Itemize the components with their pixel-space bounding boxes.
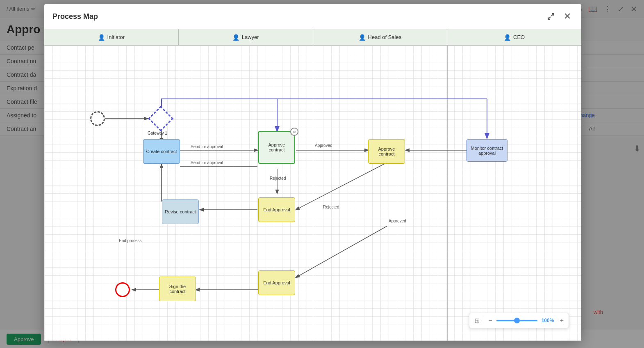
timer-icon: ⏱ (290, 128, 298, 136)
end-approval-1-task[interactable]: End Approval (258, 197, 295, 222)
zoom-value-label: 100% (542, 318, 556, 323)
svg-line-11 (296, 163, 387, 210)
gateway-1-label: Gateway 1 (148, 131, 167, 135)
lane-initiator: 👤 Initiator (44, 29, 179, 45)
modal-header: Process Map ✕ (44, 4, 581, 29)
initiator-person-icon: 👤 (98, 34, 105, 41)
grid-icon[interactable]: ⊞ (474, 317, 480, 325)
swim-lanes-header: 👤 Initiator 👤 Lawyer 👤 Head of Sales 👤 C… (44, 29, 581, 46)
modal-actions: ✕ (545, 11, 573, 22)
zoom-toolbar: ⊞ − 100% + (469, 313, 569, 328)
process-map-modal: Process Map ✕ 👤 Initiator 👤 (44, 4, 581, 341)
hos-person-icon: 👤 (359, 34, 366, 41)
initiator-label: Initiator (107, 34, 125, 40)
process-canvas: 👤 Initiator 👤 Lawyer 👤 Head of Sales 👤 C… (44, 29, 581, 341)
sign-contract-task[interactable]: Sign the contract (159, 277, 196, 301)
modal-expand-button[interactable] (545, 11, 557, 22)
divider-3 (447, 46, 448, 341)
ceo-person-icon: 👤 (504, 34, 511, 41)
rejected-label-2: Rejected (323, 205, 339, 209)
monitor-contract-task[interactable]: Monitor contract approval (467, 139, 507, 162)
zoom-in-button[interactable]: + (560, 317, 564, 324)
modal-close-button[interactable]: ✕ (562, 11, 573, 22)
svg-line-12 (296, 226, 387, 277)
revise-contract-task[interactable]: Revise contract (162, 199, 199, 224)
approve-contract-hos-task[interactable]: Approve contract (368, 139, 405, 164)
end-approval-2-task[interactable]: End Approval (258, 270, 295, 295)
start-event[interactable] (90, 111, 105, 126)
approve-contract-lawyer-task[interactable]: Approve contract ⏱ (258, 131, 295, 164)
lawyer-label: Lawyer (242, 34, 259, 40)
zoom-slider[interactable] (496, 320, 537, 321)
rejected-label-1: Rejected (270, 176, 286, 181)
end-event[interactable] (115, 282, 130, 297)
lane-lawyer: 👤 Lawyer (179, 29, 313, 45)
ceo-label: CEO (513, 34, 525, 40)
approved-label-2: Approved (389, 219, 406, 223)
send-for-approval-label-1: Send for approval (191, 144, 223, 149)
divider-2 (313, 46, 313, 341)
lane-head-of-sales: 👤 Head of Sales (313, 29, 448, 45)
lane-ceo: 👤 CEO (447, 29, 581, 45)
send-for-approval-label-2: Send for approval (191, 160, 223, 165)
gateway-1[interactable]: Gateway 1 (152, 110, 170, 128)
zoom-sep-1 (484, 316, 484, 325)
zoom-out-button[interactable]: − (488, 317, 492, 324)
modal-title: Process Map (52, 12, 98, 21)
lawyer-person-icon: 👤 (232, 34, 239, 41)
create-contract-task[interactable]: Create contract (143, 139, 180, 164)
hos-label: Head of Sales (368, 34, 402, 40)
end-process-label: End process (119, 238, 142, 243)
approved-label-1: Approved (315, 143, 332, 148)
